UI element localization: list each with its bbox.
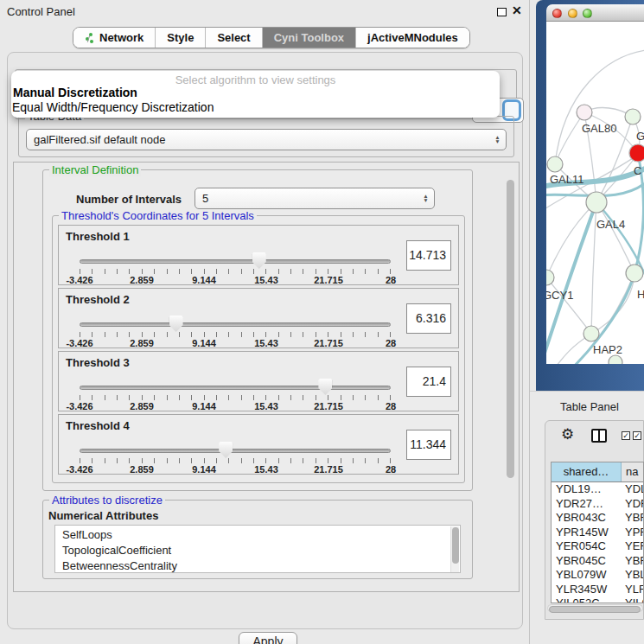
tab-select-label: Select <box>217 31 250 44</box>
attributes-group: Attributes to discretize Numerical Attri… <box>42 500 473 579</box>
minimize-traffic-light[interactable] <box>568 9 577 18</box>
list-item[interactable]: SelfLoops <box>62 527 460 543</box>
node-gal80[interactable] <box>577 105 592 120</box>
thresholds-group-label: Threshold's Coordinates for 5 Intervals <box>59 209 257 222</box>
table-row[interactable]: YIL052CYIL0 <box>552 596 643 603</box>
close-traffic-light[interactable] <box>552 9 562 18</box>
cell[interactable]: YPR1 <box>622 526 643 540</box>
control-panel: Control Panel ✕ Network Style Select Cyn… <box>0 0 530 644</box>
tab-cyni-toolbox[interactable]: Cyni Toolbox <box>263 28 356 48</box>
table-row[interactable]: YBL079WYBL0 <box>552 568 643 583</box>
node-partial-bottom[interactable] <box>609 355 622 364</box>
cell[interactable]: YBR043C <box>552 511 622 526</box>
network-graph: GAL80 GA C GAL11 GAL4 GCY1 H HAP2 <box>546 22 644 364</box>
network-canvas[interactable]: GAL80 GA C GAL11 GAL4 GCY1 H HAP2 <box>546 22 644 364</box>
cell[interactable]: YIL052C <box>552 596 622 603</box>
cell[interactable]: YDR27… <box>552 497 622 512</box>
zoom-traffic-light[interactable] <box>583 9 592 18</box>
cell[interactable]: YPR145W <box>552 526 622 540</box>
node-ga[interactable] <box>625 109 641 124</box>
tab-style[interactable]: Style <box>156 28 206 48</box>
node-h[interactable] <box>626 265 643 282</box>
float-icon[interactable] <box>497 8 507 16</box>
table-row[interactable]: YLR345WYLR3 <box>552 583 643 597</box>
node-gcy1[interactable] <box>546 270 554 285</box>
column-header-shared-name[interactable]: shared… <box>552 462 622 481</box>
node-gal11[interactable] <box>547 156 563 172</box>
vertical-scrollbar[interactable] <box>507 180 514 478</box>
network-window-titlebar[interactable] <box>546 4 644 22</box>
table-row[interactable]: YBR043CYBR0 <box>552 511 643 526</box>
table-row[interactable]: YPR145WYPR1 <box>552 526 643 540</box>
number-of-intervals-combobox[interactable]: 5 ▲▼ <box>194 188 435 209</box>
settings-scroll-panel: Interval Definition Number of Intervals … <box>13 162 520 592</box>
cell[interactable]: YDL19… <box>552 482 622 497</box>
cell[interactable]: YER054C <box>552 539 622 554</box>
cell[interactable]: YDR2 <box>622 497 643 512</box>
slider-thumb[interactable] <box>219 442 233 458</box>
network-tree-icon <box>85 32 95 44</box>
threshold-1-value-field[interactable]: 14.713 <box>406 240 451 271</box>
table-row[interactable]: YDL19…YDL1 <box>552 482 643 497</box>
tick-label: -3.426 <box>66 275 92 285</box>
node-label-gcy1: GCY1 <box>546 289 573 302</box>
dropdown-option-equal-width[interactable]: Equal Width/Frequency Discretization <box>11 100 500 115</box>
column-header-name[interactable]: na <box>622 462 643 481</box>
threshold-3-slider[interactable]: -3.426 2.859 9.144 15.43 21.715 28 <box>80 374 391 409</box>
node-red-selected[interactable] <box>629 144 644 162</box>
table-panel-title: Table Panel <box>560 400 619 413</box>
threshold-1-slider[interactable]: -3.426 2.859 9.144 15.43 21.715 28 <box>80 248 391 283</box>
dropdown-option-manual-discretization[interactable]: Manual Discretization <box>11 86 500 100</box>
threshold-4-value-field[interactable]: 11.344 <box>406 430 451 460</box>
list-scrollbar[interactable] <box>450 526 459 573</box>
slider-ticks <box>80 332 391 337</box>
table-data-combobox[interactable]: galFiltered.sif default node ▲▼ <box>26 129 507 150</box>
slider-thumb[interactable] <box>169 316 183 332</box>
cell[interactable]: YIL0 <box>622 596 643 603</box>
table-row[interactable]: YDR27…YDR2 <box>552 497 643 512</box>
checkbox-icon-2[interactable]: ✓ <box>633 431 641 440</box>
cell[interactable]: YDL1 <box>622 482 643 497</box>
slider-thumb[interactable] <box>318 379 332 395</box>
gear-icon[interactable]: ⚙ <box>561 425 574 443</box>
list-item[interactable]: TopologicalCoefficient <box>62 543 460 558</box>
slider-tick-labels: -3.426 2.859 9.144 15.43 21.715 28 <box>80 401 391 411</box>
tab-network[interactable]: Network <box>73 28 156 48</box>
tab-jactivemnodules-label: jActiveMNodules <box>367 31 458 44</box>
close-icon[interactable]: ✕ <box>512 3 522 17</box>
table-row[interactable]: YER054CYER0 <box>552 539 643 554</box>
threshold-3-value-field[interactable]: 21.4 <box>406 367 451 397</box>
tick-label: 2.859 <box>130 401 154 411</box>
cell[interactable]: YBL079W <box>552 568 622 583</box>
cell[interactable]: YBL0 <box>622 568 643 583</box>
node-hap2[interactable] <box>583 326 599 341</box>
tick-label: 21.715 <box>314 401 343 411</box>
node-gal4[interactable] <box>586 192 607 213</box>
column-layout-icon[interactable] <box>591 429 607 443</box>
tick-label: 2.859 <box>130 275 154 285</box>
cell[interactable]: YLR3 <box>622 583 643 597</box>
cell[interactable]: YER0 <box>622 539 643 554</box>
threshold-4-slider[interactable]: -3.426 2.859 9.144 15.43 21.715 28 <box>80 437 391 472</box>
horizontal-scrollbar[interactable] <box>547 604 643 612</box>
threshold-2-slider[interactable]: -3.426 2.859 9.144 15.43 21.715 28 <box>80 311 391 346</box>
cell[interactable]: YBR045C <box>552 554 622 569</box>
slider-thumb[interactable] <box>252 252 266 269</box>
slider-tick-labels: -3.426 2.859 9.144 15.43 21.715 28 <box>80 275 391 285</box>
threshold-2-value-field[interactable]: 6.316 <box>406 303 451 334</box>
tick-label: 9.144 <box>192 275 216 285</box>
tab-select[interactable]: Select <box>206 28 262 48</box>
table-row[interactable]: YBR045CYBR0 <box>552 554 643 569</box>
tab-jactivemnodules[interactable]: jActiveMNodules <box>356 28 469 48</box>
cyni-content-box: Discretization Algorithm Table Data galF… <box>7 52 523 629</box>
checkbox-icon-1[interactable]: ✓ <box>622 431 630 440</box>
cell[interactable]: YBR0 <box>622 511 643 526</box>
dropdown-placeholder-item[interactable]: Select algorithm to view settings <box>11 71 500 86</box>
attributes-group-label: Attributes to discretize <box>49 494 165 507</box>
list-item[interactable]: BetweennessCentrality <box>62 558 460 573</box>
tick-label: 15.43 <box>254 401 278 411</box>
apply-button[interactable]: Apply <box>239 632 297 644</box>
cell[interactable]: YBR0 <box>622 554 643 569</box>
numerical-attributes-list[interactable]: SelfLoops TopologicalCoefficient Between… <box>54 525 461 573</box>
cell[interactable]: YLR345W <box>552 583 622 597</box>
